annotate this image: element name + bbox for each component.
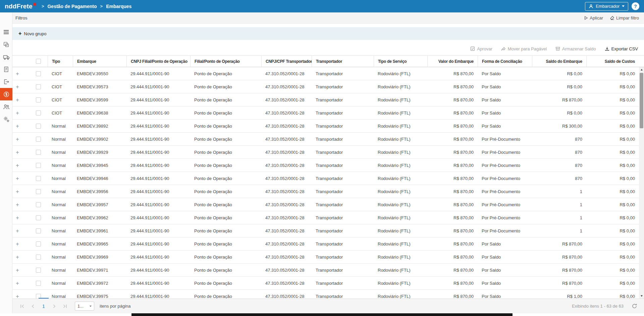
first-page-button[interactable] (18, 302, 26, 311)
row-checkbox[interactable] (36, 110, 41, 116)
table-row[interactable]: + Normal EMBDEV.39946 29.444.911/0001-90… (12, 172, 644, 185)
column-header-embarque[interactable]: Embarque (73, 56, 126, 67)
table-row[interactable]: + Normal EMBDEV.39965 29.444.911/0001-90… (12, 237, 644, 251)
column-header-saldo-custos[interactable]: Saldo de Custos (586, 56, 639, 67)
export-csv-button[interactable]: Exportar CSV (605, 46, 638, 51)
approve-button[interactable]: Aprovar (470, 46, 492, 51)
cell-transportador: Transportador (312, 228, 374, 233)
table-row[interactable]: + CIOT EMBDEV.39550 29.444.911/0001-90 P… (12, 67, 644, 80)
breadcrumb-embarques[interactable]: Embarques (106, 4, 131, 9)
row-checkbox[interactable] (36, 228, 41, 233)
expand-row-icon[interactable]: + (16, 136, 19, 142)
column-header-valor-embarque[interactable]: Valor do Embarque (427, 56, 478, 67)
clear-filter-button[interactable]: Limpar filtro (610, 15, 639, 20)
row-checkbox[interactable] (36, 71, 41, 76)
row-checkbox[interactable] (36, 84, 41, 89)
expand-row-icon[interactable]: + (16, 71, 19, 77)
table-row[interactable]: + Normal EMBDEV.39892 29.444.911/0001-90… (12, 120, 644, 133)
expand-row-icon[interactable]: + (16, 215, 19, 221)
column-header-filial[interactable]: Filial/Ponto de Operação (190, 56, 261, 67)
table-row[interactable]: + CIOT EMBDEV.39638 29.444.911/0001-90 P… (12, 106, 644, 120)
table-row[interactable]: + Normal EMBDEV.39971 29.444.911/0001-90… (12, 264, 644, 277)
profile-dropdown[interactable]: Embarcador (585, 2, 628, 11)
scroll-down-arrow[interactable] (639, 294, 644, 299)
row-checkbox[interactable] (36, 97, 41, 102)
last-page-button[interactable] (61, 302, 69, 311)
row-checkbox[interactable] (36, 268, 41, 273)
row-checkbox[interactable] (36, 202, 41, 207)
sidebar-item-transportes[interactable] (0, 51, 12, 63)
sidebar-item-configuracoes[interactable] (0, 113, 12, 125)
new-group-button[interactable]: + Novo grupo (18, 31, 47, 36)
expand-row-icon[interactable]: + (16, 241, 19, 247)
table-row[interactable]: + CIOT EMBDEV.39599 29.444.911/0001-90 P… (12, 93, 644, 106)
refresh-button[interactable] (632, 303, 637, 309)
row-checkbox[interactable] (36, 176, 41, 181)
expand-row-icon[interactable]: + (16, 176, 19, 181)
row-checkbox[interactable] (36, 255, 41, 260)
row-checkbox[interactable] (36, 137, 41, 142)
expand-row-icon[interactable]: + (16, 280, 19, 286)
sidebar-item-documentos[interactable] (0, 63, 12, 76)
sidebar-item-usuarios[interactable] (0, 100, 12, 113)
row-checkbox[interactable] (36, 189, 41, 194)
table-row[interactable]: + Normal EMBDEV.39962 29.444.911/0001-90… (12, 211, 644, 224)
expand-row-icon[interactable]: + (16, 123, 19, 129)
expand-row-icon[interactable]: + (16, 110, 19, 116)
expand-row-icon[interactable]: + (16, 97, 19, 103)
scroll-up-arrow[interactable] (639, 67, 644, 72)
vertical-scrollbar[interactable] (639, 67, 644, 299)
sidebar-item-cadastros[interactable] (0, 38, 12, 51)
table-row[interactable]: + Normal EMBDEV.39961 29.444.911/0001-90… (12, 224, 644, 237)
expand-row-icon[interactable]: + (16, 254, 19, 260)
store-balance-button[interactable]: Armazenar Saldo (555, 46, 596, 51)
select-all-checkbox[interactable] (36, 59, 41, 64)
column-header-cnpj-transportador[interactable]: CNPJ/CPF Transportador (261, 56, 312, 67)
export-csv-label: Exportar CSV (611, 46, 638, 51)
expand-row-icon[interactable]: + (16, 84, 19, 90)
sidebar-item-expedicao[interactable] (0, 76, 12, 88)
move-to-payable-button[interactable]: Mover para Pagável (501, 46, 547, 51)
sidebar-item-gestao-pagamento[interactable] (0, 88, 12, 100)
column-header-tipo-servico[interactable]: Tipo de Serviço (374, 56, 427, 67)
table-row[interactable]: + Normal EMBDEV.39969 29.444.911/0001-90… (12, 251, 644, 264)
table-row[interactable]: + Normal EMBDEV.39972 29.444.911/0001-90… (12, 277, 644, 290)
help-button[interactable]: ? (632, 2, 639, 10)
expand-row-icon[interactable]: + (16, 163, 19, 168)
cell-saldo-embarque: 870 (532, 163, 586, 168)
breadcrumb-gestao-pagamento[interactable]: Gestão de Pagamento (47, 4, 97, 9)
scrollbar-thumb[interactable] (640, 73, 643, 128)
row-checkbox[interactable] (36, 124, 41, 129)
apply-filter-button[interactable]: Aplicar (584, 15, 603, 20)
next-page-button[interactable] (50, 302, 59, 311)
column-header-cnpj-filial[interactable]: CNPJ Filial/Ponto de Operação (126, 56, 190, 67)
column-header-transportador[interactable]: Transportador (312, 56, 374, 67)
table-row[interactable]: + Normal EMBDEV.39956 29.444.911/0001-90… (12, 185, 644, 198)
expand-row-icon[interactable]: + (16, 202, 19, 208)
expand-row-icon[interactable]: + (16, 149, 19, 155)
row-checkbox[interactable] (36, 163, 41, 168)
table-row[interactable]: + Normal EMBDEV.39929 29.444.911/0001-90… (12, 146, 644, 159)
pagination-right: Exibindo itens 1 - 63 de 63 (572, 303, 637, 309)
previous-page-button[interactable] (29, 302, 37, 311)
page-number-1[interactable]: 1 (39, 302, 48, 311)
items-per-page-select[interactable]: 1... (75, 302, 94, 311)
row-checkbox[interactable] (36, 241, 41, 246)
expand-row-icon[interactable]: + (16, 228, 19, 234)
row-checkbox[interactable] (36, 150, 41, 155)
cell-cnpj-filial: 29.444.911/0001-90 (126, 241, 190, 246)
expand-row-icon[interactable]: + (16, 267, 19, 273)
expand-row-icon[interactable]: + (16, 294, 19, 299)
column-header-forma-conciliacao[interactable]: Forma de Conciliação (478, 56, 532, 67)
sidebar-menu-toggle[interactable] (0, 26, 12, 38)
row-checkbox[interactable] (36, 281, 41, 286)
table-row[interactable]: + Normal EMBDEV.39957 29.444.911/0001-90… (12, 198, 644, 211)
row-checkbox[interactable] (36, 215, 41, 220)
table-row[interactable]: + Normal EMBDEV.39945 29.444.911/0001-90… (12, 159, 644, 172)
table-row[interactable]: + CIOT EMBDEV.39573 29.444.911/0001-90 P… (12, 80, 644, 93)
table-row[interactable]: + Normal EMBDEV.39975 29.444.911/0001-90… (12, 290, 644, 299)
column-header-tipo[interactable]: Tipo (48, 56, 73, 67)
table-row[interactable]: + Normal EMBDEV.39902 29.444.911/0001-90… (12, 133, 644, 146)
expand-row-icon[interactable]: + (16, 189, 19, 194)
column-header-saldo-embarque[interactable]: Saldo do Embarque (532, 56, 586, 67)
